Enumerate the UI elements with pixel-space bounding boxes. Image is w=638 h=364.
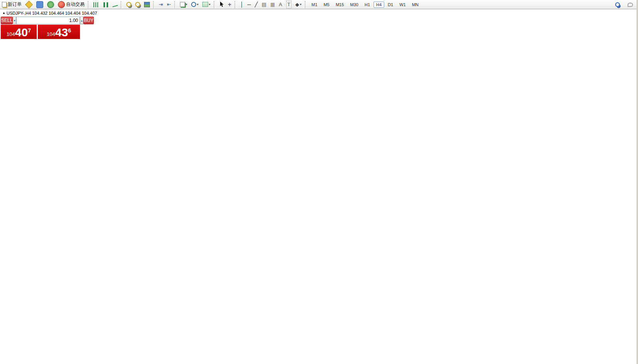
- candle: [542, 158, 544, 159]
- candle: [266, 17, 268, 19]
- new-chart-button[interactable]: ▾: [178, 1, 189, 8]
- support-highlight-bar[interactable]: [504, 153, 546, 158]
- candle: [472, 162, 473, 176]
- candle: [436, 117, 438, 119]
- trend-arrow-head[interactable]: [510, 133, 517, 141]
- trendline-tool-button[interactable]: ╱: [253, 1, 260, 8]
- macd-axis-label: 0.6866: [622, 225, 635, 230]
- auto-scroll-button[interactable]: ⇥: [157, 1, 165, 8]
- zoom-out-button[interactable]: [134, 1, 142, 8]
- timeframe-m5-button[interactable]: M5: [321, 2, 332, 8]
- label-tool-button[interactable]: T: [285, 1, 293, 8]
- horizontal-line-icon: ─: [247, 1, 251, 8]
- market-watch-button[interactable]: [35, 1, 45, 8]
- candle: [135, 58, 137, 59]
- buy-button[interactable]: BUY: [83, 17, 94, 24]
- hline-tool-button[interactable]: ─: [246, 1, 252, 8]
- timeframe-h1-button[interactable]: H1: [362, 2, 373, 8]
- vline-tool-button[interactable]: │: [239, 1, 245, 8]
- toolbar-separator: [234, 1, 237, 8]
- autotrade-button[interactable]: 自动交易: [56, 1, 86, 8]
- price-tag: [620, 152, 638, 157]
- candle: [350, 71, 351, 74]
- toolbar-separator: [88, 1, 90, 8]
- candle: [490, 200, 492, 206]
- autotrade-icon: [58, 1, 65, 8]
- timeframe-w1-button[interactable]: W1: [397, 2, 409, 8]
- volume-input[interactable]: [16, 17, 80, 24]
- rsi-axis-label: 15: [622, 343, 626, 347]
- sell-price-panel[interactable]: 104407: [1, 25, 37, 39]
- vertical-line-icon: │: [240, 1, 243, 8]
- candle: [186, 59, 188, 60]
- chevron-down-icon: ▾: [209, 3, 210, 6]
- candle: [74, 58, 76, 59]
- price-callout-box[interactable]: [564, 151, 597, 164]
- bar-chart-icon: [93, 2, 100, 7]
- candle: [426, 109, 428, 112]
- timeframe-m1-button[interactable]: M1: [309, 2, 320, 8]
- candle: [61, 64, 63, 66]
- candle: [45, 73, 47, 74]
- annotation-text[interactable]: 多空转折点: [545, 134, 608, 148]
- y-axis-label: 110.910: [622, 42, 637, 47]
- template-button[interactable]: ▾: [201, 1, 212, 8]
- timeframe-h4-button[interactable]: H4: [373, 2, 384, 8]
- candle: [244, 23, 246, 27]
- shapes-tool-button[interactable]: ◆▾: [294, 1, 303, 8]
- chart-shift-button[interactable]: ⇤: [165, 1, 173, 8]
- line-drag-handle[interactable]: [616, 143, 619, 146]
- candle: [478, 190, 480, 196]
- candle: [507, 151, 509, 161]
- collapse-triangle-icon[interactable]: ▲: [2, 11, 5, 15]
- candle: [141, 58, 143, 58]
- signals-button[interactable]: [46, 1, 56, 8]
- period-button[interactable]: ▾: [190, 1, 200, 8]
- buy-price-panel[interactable]: 104436: [38, 25, 80, 39]
- new-order-button[interactable]: 新订单: [0, 1, 23, 8]
- candle: [292, 36, 294, 39]
- candle-chart-mode-button[interactable]: [102, 1, 110, 8]
- line-drag-handle[interactable]: [616, 179, 619, 182]
- chat-button[interactable]: [626, 1, 635, 8]
- candle: [212, 58, 214, 59]
- bar-chart-mode-button[interactable]: [92, 1, 101, 8]
- trend-arrow-head[interactable]: [541, 170, 548, 178]
- clock-icon: [191, 2, 196, 7]
- chart-canvas[interactable]: 多空转折点多空转折点104.721112.330111.610110.91011…: [0, 0, 638, 364]
- timeframe-mn-button[interactable]: MN: [409, 2, 421, 8]
- market-depth-button[interactable]: [24, 1, 34, 8]
- cursor-tool-button[interactable]: [218, 1, 226, 8]
- candle: [494, 191, 496, 200]
- gold-badge-icon: [25, 1, 33, 8]
- trend-arrow-line: [493, 141, 513, 215]
- time-axis-label: 13 Feb 04:00: [171, 359, 196, 364]
- candle: [458, 139, 460, 142]
- text-tool-icon: A: [279, 1, 282, 8]
- volume-decrease-button[interactable]: ▼: [13, 17, 16, 24]
- crosshair-tool-button[interactable]: +: [226, 1, 233, 8]
- tile-windows-button[interactable]: [143, 1, 151, 8]
- candle: [359, 82, 361, 86]
- fibonacci-tool-button[interactable]: ▦: [269, 1, 277, 8]
- candle: [484, 201, 486, 205]
- text-tool-button[interactable]: A: [277, 1, 284, 8]
- candle: [234, 37, 236, 42]
- buy-price-sup: 6: [68, 27, 71, 34]
- candle: [369, 90, 371, 90]
- toolbar-separator: [214, 1, 216, 8]
- zoom-in-button[interactable]: [125, 1, 133, 8]
- timeframe-m15-button[interactable]: M15: [333, 2, 346, 8]
- line-drag-handle[interactable]: [616, 168, 619, 171]
- timeframe-d1-button[interactable]: D1: [385, 2, 396, 8]
- line-chart-mode-button[interactable]: [110, 1, 119, 8]
- volume-increase-button[interactable]: ▲: [80, 17, 83, 24]
- channel-tool-button[interactable]: ▤: [260, 1, 268, 8]
- search-button[interactable]: [614, 1, 621, 8]
- trend-arrow-head[interactable]: [487, 209, 494, 217]
- candle: [366, 88, 368, 90]
- sell-button[interactable]: SELL: [1, 17, 13, 24]
- candle: [250, 17, 252, 20]
- time-axis-label: 20 Feb 12:00: [272, 359, 297, 364]
- timeframe-m30-button[interactable]: M30: [348, 2, 361, 8]
